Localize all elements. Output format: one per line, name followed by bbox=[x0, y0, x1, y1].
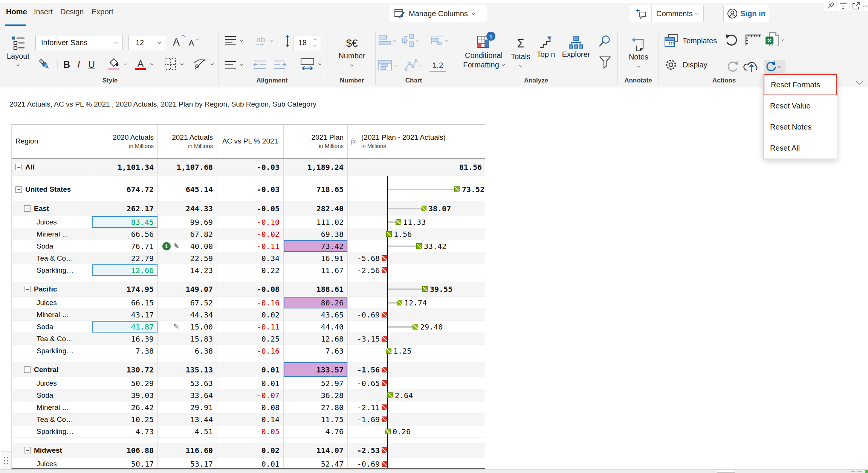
table-row[interactable]: Soda76.711✎40.00-0.1173.4233.42 bbox=[12, 240, 485, 252]
table-row[interactable]: Mineral …43.1744.340.0243.65-0.69 bbox=[12, 309, 485, 321]
cell-ac-vs-pl[interactable]: -0.03 bbox=[217, 159, 284, 175]
column-header-2021-plan[interactable]: 2021 Planin Millions bbox=[284, 125, 348, 158]
variance-marker-negative[interactable] bbox=[382, 255, 387, 261]
cell-ac-vs-pl[interactable]: 0.02 bbox=[217, 443, 284, 458]
cell-2021-plan[interactable]: 16.91 bbox=[284, 252, 348, 264]
cell-2021-plan[interactable]: 11.67 bbox=[284, 264, 348, 276]
collapse-ribbon-icon[interactable] bbox=[856, 77, 863, 85]
cell-variance-chart[interactable]: 11.33 bbox=[348, 216, 485, 228]
variance-marker-negative[interactable] bbox=[382, 312, 387, 317]
cell-2021-actuals[interactable]: 99.69 bbox=[158, 216, 217, 228]
region-cell[interactable]: Juices bbox=[12, 458, 92, 469]
cell-variance-chart[interactable]: -0.69 bbox=[348, 309, 485, 320]
vertical-align-chevron-icon[interactable] bbox=[240, 39, 243, 42]
cell-2021-plan[interactable]: 12.68 bbox=[284, 333, 348, 345]
column-header-2020-actuals[interactable]: 2020 Actualsin Millions bbox=[92, 125, 158, 158]
row-height-icon[interactable] bbox=[283, 34, 292, 48]
cell-ac-vs-pl[interactable]: 0.22 bbox=[217, 264, 284, 276]
filters-visual-button[interactable] bbox=[837, 1, 849, 11]
cell-variance-chart[interactable]: 33.42 bbox=[348, 240, 485, 252]
notes-button[interactable]: Notes bbox=[624, 31, 653, 73]
column-header-2021-actuals[interactable]: 2021 Actualsin Millions bbox=[158, 125, 217, 158]
column-header-region[interactable]: Region bbox=[12, 125, 92, 158]
column-width-button[interactable] bbox=[299, 56, 316, 72]
region-cell[interactable]: Mineral … bbox=[12, 309, 92, 320]
cell-2020-actuals[interactable]: 1,101.34 bbox=[92, 159, 158, 175]
cell-2021-plan[interactable]: 1,189.24 bbox=[284, 159, 348, 175]
borders-button[interactable] bbox=[163, 56, 178, 72]
horizontal-align-button[interactable] bbox=[223, 58, 238, 72]
cell-2020-actuals[interactable]: 130.72 bbox=[92, 362, 158, 377]
cell-2021-actuals[interactable]: 33.64 bbox=[158, 389, 217, 401]
variance-marker-negative[interactable] bbox=[382, 367, 387, 372]
cell-2021-actuals[interactable]: 1✎40.00 bbox=[158, 240, 217, 252]
cell-2021-actuals[interactable]: 29.91 bbox=[158, 401, 217, 413]
cell-2021-plan[interactable]: 11.75 bbox=[284, 413, 348, 425]
cell-2021-plan[interactable]: 69.38 bbox=[284, 228, 348, 240]
table-row[interactable]: Tea & Co…22.7922.590.3416.91-5.68 bbox=[12, 252, 485, 264]
region-cell[interactable]: Soda bbox=[12, 389, 92, 401]
cell-variance-chart[interactable]: 1.56 bbox=[348, 228, 485, 240]
publish-cloud-button[interactable] bbox=[743, 59, 760, 73]
edited-pencil-icon[interactable]: ✎ bbox=[173, 322, 179, 331]
cell-2020-actuals[interactable]: 66.15 bbox=[92, 297, 158, 308]
font-name-select[interactable]: Inforiver Sans bbox=[35, 35, 123, 50]
table-row[interactable]: −Midwest106.88116.600.02114.07-2.53 bbox=[12, 443, 485, 458]
totals-button[interactable]: Σ Totals bbox=[509, 31, 532, 73]
cell-2020-actuals[interactable]: 674.72 bbox=[92, 181, 158, 198]
variance-marker-positive[interactable] bbox=[416, 243, 422, 249]
font-color-button[interactable]: A bbox=[133, 56, 148, 72]
hierarchy-chart-icon[interactable] bbox=[401, 33, 416, 47]
collapse-icon[interactable]: − bbox=[15, 164, 22, 170]
display-button[interactable]: Display bbox=[665, 58, 725, 72]
ruler-button[interactable] bbox=[744, 33, 762, 47]
comments-button[interactable]: Comments bbox=[630, 5, 704, 22]
cell-2021-actuals[interactable]: 67.82 bbox=[158, 228, 217, 240]
variance-marker-positive[interactable] bbox=[386, 348, 391, 354]
cell-2021-plan[interactable]: 133.57 bbox=[284, 362, 348, 377]
drag-handle[interactable] bbox=[1, 451, 11, 470]
variance-marker-positive[interactable] bbox=[421, 206, 426, 211]
sign-in-button[interactable]: Sign in bbox=[723, 5, 769, 22]
variance-marker-positive[interactable] bbox=[386, 231, 392, 237]
waterfall-chart-icon[interactable] bbox=[430, 34, 445, 47]
font-size-select[interactable]: 12 bbox=[128, 35, 166, 50]
add-comment-icon[interactable] bbox=[630, 5, 652, 22]
table-row[interactable]: −Pacific174.95149.07-0.08188.6139.55 bbox=[12, 282, 485, 297]
cell-variance-chart[interactable]: 29.40 bbox=[348, 321, 485, 333]
cell-variance-chart[interactable]: -1.56 bbox=[348, 362, 485, 377]
variance-marker-positive[interactable] bbox=[387, 392, 393, 398]
cell-ac-vs-pl[interactable]: -0.16 bbox=[217, 297, 284, 308]
export-excel-chevron-icon[interactable] bbox=[781, 38, 784, 41]
cell-2021-plan[interactable]: 44.40 bbox=[284, 321, 348, 333]
cell-2021-plan[interactable]: 43.65 bbox=[284, 309, 348, 320]
cell-2021-actuals[interactable]: 149.07 bbox=[158, 282, 217, 296]
variance-marker-negative[interactable] bbox=[382, 417, 387, 422]
cell-variance-chart[interactable]: 81.56 bbox=[348, 159, 485, 175]
cell-ac-vs-pl[interactable]: 0.02 bbox=[217, 309, 284, 320]
cell-2021-plan[interactable]: 111.02 bbox=[284, 216, 348, 228]
collapse-icon[interactable]: − bbox=[24, 447, 31, 453]
corner-resize-handle[interactable] bbox=[865, 470, 868, 473]
increase-font-size-button[interactable]: A bbox=[170, 35, 183, 50]
region-cell[interactable]: Tea & Co… bbox=[12, 333, 92, 345]
explorer-button[interactable]: Explorer bbox=[561, 32, 591, 63]
region-cell[interactable]: Juices bbox=[12, 297, 92, 308]
table-row[interactable]: Sparkling…12.6614.230.2211.67-2.56 bbox=[12, 264, 485, 276]
cell-ac-vs-pl[interactable]: 0.01 bbox=[217, 362, 284, 377]
cell-variance-chart[interactable]: -2.11 bbox=[348, 401, 485, 413]
table-chart-icon[interactable] bbox=[377, 59, 393, 72]
region-cell[interactable]: −All bbox=[12, 159, 92, 175]
filter-button[interactable] bbox=[598, 55, 612, 71]
cell-variance-chart[interactable]: 12.74 bbox=[348, 297, 485, 308]
table-row[interactable]: Soda41.87✎15.00-0.1144.4029.40 bbox=[12, 321, 485, 333]
cell-2021-actuals[interactable]: 4.51 bbox=[158, 426, 217, 437]
region-cell[interactable]: −Central bbox=[12, 362, 92, 377]
cell-2021-plan[interactable]: 27.80 bbox=[284, 401, 348, 413]
reset-button[interactable] bbox=[764, 60, 785, 73]
cell-variance-chart[interactable]: -3.15 bbox=[348, 333, 485, 345]
variance-marker-negative[interactable] bbox=[382, 404, 387, 410]
cell-2021-actuals[interactable]: 6.38 bbox=[158, 345, 217, 357]
cell-2021-actuals[interactable]: 116.60 bbox=[158, 443, 217, 458]
cell-2021-plan[interactable]: 73.42 bbox=[284, 240, 348, 252]
